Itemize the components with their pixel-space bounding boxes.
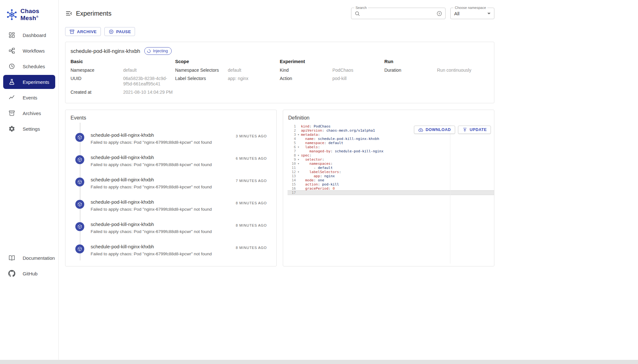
experiment-name: schedule-pod-kill-nginx-khxbh xyxy=(71,48,140,54)
sidebar-item-archives[interactable]: Archives xyxy=(3,106,55,120)
code-line: 4 name: schedule-pod-kill-nginx-khxbh xyxy=(288,137,494,141)
line-number: 17 xyxy=(288,191,296,195)
definition-actions: DOWNLOAD UPDATE xyxy=(414,126,491,134)
fold-icon[interactable]: ▾ xyxy=(296,162,301,166)
sidebar-item-label: Workflows xyxy=(23,48,45,54)
sidebar-item-experiments[interactable]: Experiments xyxy=(3,75,55,89)
info-row: DurationRun continuously xyxy=(384,68,489,73)
code-text: labels: xyxy=(301,145,494,149)
event-message: Failed to apply chaos: Pod "nginx-6799fc… xyxy=(91,229,271,234)
sidebar-item-github[interactable]: GitHub xyxy=(3,266,55,280)
chaos-mesh-logo-icon xyxy=(6,9,18,21)
code-text: - default xyxy=(301,166,494,170)
yaml-editor[interactable]: 1kind: PodChaos2apiVersion: chaos-mesh.o… xyxy=(288,124,494,195)
code-text: name: schedule-pod-kill-nginx-khxbh xyxy=(301,137,494,141)
fold-icon[interactable]: ▾ xyxy=(296,145,301,149)
events-card-title: Events xyxy=(71,115,271,121)
sidebar-item-label: Documentation xyxy=(23,255,55,261)
main-area: Experiments Search ? Choose namespace Al… xyxy=(59,0,638,364)
event-item[interactable]: schedule-pod-kill-nginx-khxbhFailed to a… xyxy=(71,177,271,199)
fold-icon[interactable]: ▾ xyxy=(296,157,301,162)
event-item[interactable]: schedule-pod-kill-nginx-khxbhFailed to a… xyxy=(71,199,271,222)
event-item[interactable]: schedule-pod-kill-nginx-khxbhFailed to a… xyxy=(71,244,271,266)
code-line: 13 app: nginx xyxy=(288,174,494,178)
code-line: 8▾spec: xyxy=(288,153,494,157)
pod-chaos-cube-icon xyxy=(75,222,84,231)
info-value: PodChaos xyxy=(333,68,353,73)
sidebar-item-label: Events xyxy=(23,95,37,100)
update-button[interactable]: UPDATE xyxy=(458,126,491,134)
events-card: Events schedule-pod-kill-nginx-khxbhFail… xyxy=(65,110,277,266)
code-line: 14 mode: one xyxy=(288,178,494,182)
sidebar-item-schedules[interactable]: Schedules xyxy=(3,59,55,73)
experiment-detail-grid: BasicNamespacedefaultUUID06a5823b-8238-4… xyxy=(71,59,489,98)
namespace-selected-value: All xyxy=(454,11,460,16)
code-line: 9▾ selector: xyxy=(288,157,494,162)
download-button[interactable]: DOWNLOAD xyxy=(414,126,455,134)
fold-icon[interactable]: ▾ xyxy=(296,170,301,174)
event-time: 8 MINUTES AGO xyxy=(236,246,267,250)
info-value: 2021-08-10 14:04:29 PM xyxy=(123,90,173,95)
fold-icon[interactable]: ▾ xyxy=(296,153,301,157)
code-line: 15 action: pod-kill xyxy=(288,182,494,186)
status-chip: Injecting xyxy=(144,47,172,55)
event-time: 8 MINUTES AGO xyxy=(236,201,267,205)
info-value: app: nginx xyxy=(228,76,249,81)
sidebar-item-workflows[interactable]: Workflows xyxy=(3,44,55,58)
pause-icon xyxy=(109,29,114,34)
code-text: namespaces: xyxy=(301,162,494,166)
help-icon[interactable]: ? xyxy=(436,11,442,17)
sidebar-item-dashboard[interactable]: Dashboard xyxy=(3,28,55,42)
fold-gutter xyxy=(296,178,301,182)
pod-chaos-cube-icon xyxy=(75,178,84,186)
pause-button[interactable]: PAUSE xyxy=(104,27,135,36)
chaos-mesh-logo[interactable]: Chaos Mesh® xyxy=(0,0,58,28)
info-section-title: Run xyxy=(384,59,489,64)
info-label: Duration xyxy=(384,68,437,73)
sidebar-item-settings[interactable]: Settings xyxy=(3,122,55,136)
event-message: Failed to apply chaos: Pod "nginx-6799fc… xyxy=(91,140,271,145)
event-item[interactable]: schedule-pod-kill-nginx-khxbhFailed to a… xyxy=(71,222,271,244)
page-header: Experiments Search ? Choose namespace Al… xyxy=(65,8,494,19)
lower-panels: Events schedule-pod-kill-nginx-khxbhFail… xyxy=(65,110,494,266)
experiments-icon xyxy=(8,78,16,86)
search-field[interactable]: Search ? xyxy=(351,8,446,19)
code-text: selector: xyxy=(301,157,494,162)
events-timeline: schedule-pod-kill-nginx-khxbhFailed to a… xyxy=(71,123,271,266)
fold-icon[interactable]: ▾ xyxy=(296,133,301,137)
sidebar-item-label: Dashboard xyxy=(23,33,46,38)
event-item[interactable]: schedule-pod-kill-nginx-khxbhFailed to a… xyxy=(71,132,271,155)
search-input[interactable] xyxy=(362,11,434,16)
pod-chaos-cube-icon xyxy=(75,155,84,164)
dashboard-icon xyxy=(8,31,16,39)
line-number: 6 xyxy=(288,145,296,149)
info-value: default xyxy=(228,68,241,73)
info-row: Namespace Selectorsdefault xyxy=(175,68,280,73)
line-number: 13 xyxy=(288,174,296,178)
info-value: 06a5823b-8238-4c9d-9f5d-661eaff95c41 xyxy=(123,76,175,87)
archive-button[interactable]: ARCHIVE xyxy=(65,27,101,36)
fold-gutter xyxy=(296,174,301,178)
definition-card-title: Definition xyxy=(288,115,489,121)
action-toolbar: ARCHIVE PAUSE xyxy=(65,27,494,36)
line-number: 11 xyxy=(288,166,296,170)
sidebar-item-label: Archives xyxy=(23,111,41,116)
info-section-title: Basic xyxy=(71,59,175,64)
sidebar-item-events[interactable]: Events xyxy=(3,91,55,105)
info-row: Namespacedefault xyxy=(71,68,175,73)
schedules-icon xyxy=(8,62,16,70)
event-item[interactable]: schedule-pod-kill-nginx-khxbhFailed to a… xyxy=(71,155,271,177)
namespace-select[interactable]: Choose namespace All xyxy=(450,8,494,19)
line-number: 1 xyxy=(288,124,296,128)
horizontal-scrollbar[interactable] xyxy=(0,360,638,364)
line-number: 3 xyxy=(288,133,296,137)
sidebar-item-documentation[interactable]: Documentation xyxy=(3,251,55,265)
fold-gutter xyxy=(296,149,301,153)
menu-open-icon[interactable] xyxy=(65,10,73,17)
pod-chaos-cube-icon xyxy=(75,133,84,142)
code-line: 16 gracePeriod: 0 xyxy=(288,186,494,191)
search-icon xyxy=(354,11,360,17)
namespace-select-label: Choose namespace xyxy=(454,6,487,10)
pause-button-label: PAUSE xyxy=(116,29,131,34)
info-label: Action xyxy=(280,76,333,81)
